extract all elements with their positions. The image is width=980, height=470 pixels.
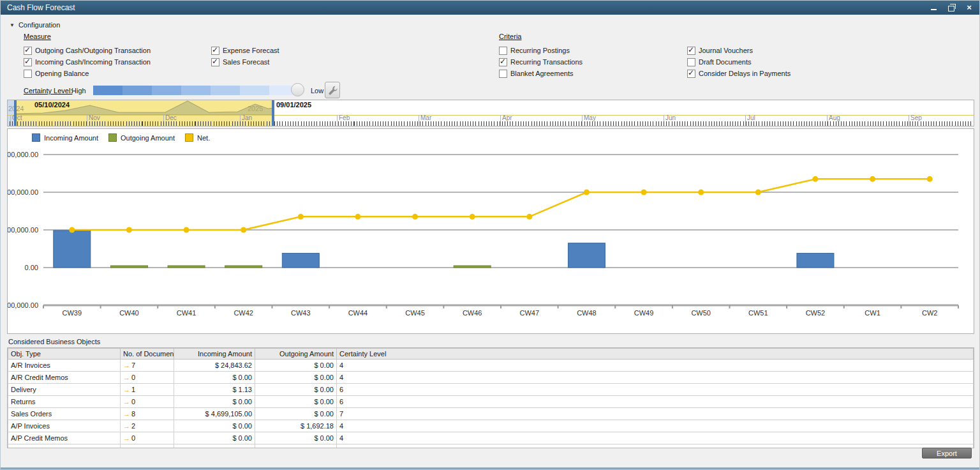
cash-flow-chart: Incoming AmountOutgoing AmountNet. 6,000… [7, 128, 974, 334]
configuration-label: Configuration [19, 21, 60, 29]
link-arrow-icon[interactable]: → [123, 386, 130, 393]
checkbox[interactable] [24, 58, 32, 66]
criteria-section-link[interactable]: Criteria [499, 33, 521, 40]
cell-incoming-amount: $ 0.00 [174, 432, 255, 444]
checkbox-label: Recurring Transactions [510, 58, 583, 66]
cell-no-of-document: →8 [121, 408, 174, 420]
certainty-level-link[interactable]: Certainty Level: [24, 87, 72, 95]
checkbox-row: Consider Delays in Payments [687, 68, 791, 79]
link-arrow-icon[interactable]: → [123, 410, 130, 418]
table-row[interactable]: A/R Invoices→7$ 24,843.62$ 0.004 [8, 360, 974, 372]
settings-button[interactable] [325, 82, 340, 98]
svg-text:CW2: CW2 [922, 309, 937, 317]
document-count: 0 [131, 434, 135, 442]
column-header[interactable]: No. of Document [121, 349, 174, 360]
svg-text:-2,000,000.00: -2,000,000.00 [8, 301, 38, 309]
column-header[interactable]: Incoming Amount [174, 349, 255, 360]
svg-text:CW1: CW1 [865, 309, 880, 317]
column-header[interactable]: Obj. Type [8, 349, 121, 360]
checkbox[interactable] [687, 58, 695, 66]
svg-text:CW46: CW46 [463, 309, 482, 317]
link-arrow-icon[interactable]: → [123, 374, 130, 381]
measure-section-link[interactable]: Measure [24, 33, 51, 40]
certainty-slider-thumb[interactable] [291, 83, 304, 96]
legend-item: Incoming Amount [32, 133, 98, 142]
timeline-start-handle[interactable] [14, 100, 17, 126]
restore-icon [948, 6, 954, 11]
configuration-section-header[interactable]: ▼ Configuration [10, 21, 60, 29]
cell-outgoing-amount: $ 0.00 [255, 432, 337, 444]
checkbox[interactable] [211, 58, 219, 66]
checkbox-row: Expense Forecast [211, 45, 279, 56]
timeline-month-label: Nov [89, 115, 100, 121]
minimize-icon [931, 9, 937, 10]
svg-text:CW50: CW50 [691, 309, 711, 317]
link-arrow-icon[interactable]: → [123, 398, 130, 406]
legend-label: Net. [197, 134, 210, 142]
checkbox[interactable] [24, 47, 32, 55]
svg-text:0.00: 0.00 [25, 264, 38, 271]
checkbox-label: Outgoing Cash/Outgoing Transaction [35, 47, 151, 54]
table-row[interactable]: A/R Credit Memos→0$ 0.00$ 0.004 [8, 372, 974, 384]
checkbox[interactable] [211, 47, 219, 55]
table-row[interactable]: Returns→0$ 0.00$ 0.006 [8, 396, 974, 408]
table-row[interactable] [8, 444, 974, 449]
cell-obj-type: A/P Invoices [8, 420, 121, 432]
checkbox[interactable] [24, 70, 32, 78]
legend-swatch [32, 133, 40, 142]
link-arrow-icon[interactable]: → [123, 361, 130, 369]
checkbox[interactable] [687, 47, 695, 55]
cell-outgoing-amount: $ 0.00 [255, 372, 337, 384]
link-arrow-icon[interactable]: → [123, 422, 130, 430]
timeline-end-handle[interactable] [272, 100, 274, 126]
cell-incoming-amount: $ 0.00 [174, 420, 255, 432]
svg-text:2,000,000.00: 2,000,000.00 [8, 226, 38, 234]
cell-no-of-document [121, 444, 174, 449]
cell-incoming-amount: $ 1.13 [174, 384, 255, 396]
timeline-month-label: Sep [910, 115, 922, 121]
slider-segment [240, 86, 269, 95]
cell-obj-type: Returns [8, 396, 121, 408]
cell-obj-type: A/R Credit Memos [8, 372, 121, 384]
timeline-month-label: May [584, 115, 596, 121]
cell-no-of-document: →0 [121, 372, 174, 384]
restore-button[interactable] [947, 4, 955, 11]
close-button[interactable]: × [965, 4, 973, 11]
svg-text:CW41: CW41 [177, 309, 197, 317]
column-header[interactable]: Certainty Level [337, 349, 974, 360]
criteria-checkbox-group: Recurring PostingsRecurring Transactions… [499, 45, 791, 79]
checkbox[interactable] [499, 58, 507, 66]
wrench-icon [328, 86, 338, 95]
checkbox-row: Journal Vouchers [687, 45, 791, 56]
checkbox[interactable] [499, 47, 507, 55]
svg-text:CW39: CW39 [63, 309, 82, 317]
cell-obj-type [8, 444, 121, 449]
table-row[interactable]: Delivery→1$ 1.13$ 0.006 [8, 384, 974, 396]
table-row[interactable]: A/P Invoices→2$ 0.00$ 1,692.184 [8, 420, 974, 432]
column-header[interactable]: Outgoing Amount [255, 349, 337, 360]
table-row[interactable]: Sales Orders→8$ 4,699,105.00$ 0.007 [8, 408, 974, 420]
checkbox[interactable] [499, 70, 507, 78]
table-row[interactable]: A/P Credit Memos→0$ 0.00$ 0.004 [8, 432, 974, 444]
slider-segment [152, 86, 181, 95]
cell-no-of-document: →0 [121, 396, 174, 408]
cell-certainty-level: 7 [337, 408, 974, 420]
checkbox[interactable] [687, 70, 695, 78]
legend-item: Outgoing Amount [108, 133, 175, 142]
svg-text:CW47: CW47 [520, 309, 540, 317]
checkbox-row: Recurring Transactions [499, 56, 687, 68]
checkbox-row: Draft Documents [687, 56, 791, 68]
document-count: 0 [131, 374, 135, 381]
checkbox-label: Blanket Agreements [510, 70, 573, 77]
cell-incoming-amount: $ 24,843.62 [174, 360, 255, 372]
link-arrow-icon[interactable]: → [123, 434, 130, 442]
timeline-month-label: Feb [339, 115, 350, 121]
certainty-slider[interactable] [93, 86, 299, 95]
table-caption: Considered Business Objects [8, 338, 100, 345]
collapse-triangle-icon: ▼ [10, 22, 15, 28]
business-objects-table: Obj. TypeNo. of DocumentIncoming AmountO… [7, 347, 974, 448]
cell-certainty-level [337, 444, 974, 449]
document-count: 8 [131, 410, 135, 418]
export-button[interactable]: Export [922, 448, 972, 459]
minimize-button[interactable] [930, 4, 937, 11]
